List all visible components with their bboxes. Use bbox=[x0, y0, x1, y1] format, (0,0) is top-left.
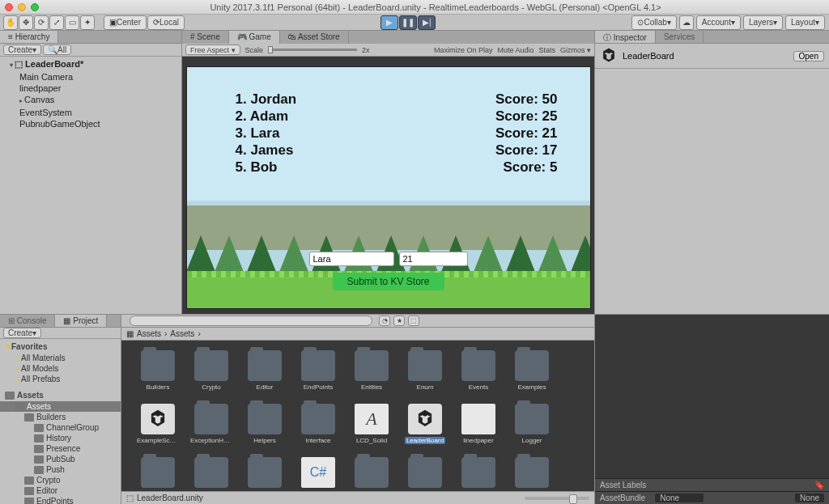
account-label: Account bbox=[702, 18, 731, 27]
asset-folder[interactable]: PlayModeTes... bbox=[244, 457, 285, 491]
hierarchy-item[interactable]: Main Camera bbox=[3, 71, 178, 83]
project-folder[interactable]: PubSub bbox=[0, 454, 121, 464]
asset-folder[interactable]: Entities bbox=[351, 350, 392, 391]
mute-toggle[interactable]: Mute Audio bbox=[497, 46, 534, 54]
asset-grid: Builders Crypto Editor EndPoints Entitie… bbox=[121, 341, 594, 491]
project-search-input[interactable] bbox=[130, 316, 372, 326]
hierarchy-item[interactable]: EventSystem bbox=[3, 107, 178, 118]
close-window-icon[interactable] bbox=[5, 3, 13, 11]
project-folder[interactable]: Push bbox=[0, 464, 121, 475]
project-folder[interactable]: Crypto bbox=[0, 475, 121, 485]
pivot-center-button[interactable]: ▣ Center bbox=[104, 15, 147, 30]
breadcrumb-item[interactable]: Assets bbox=[137, 329, 161, 338]
tab-scene[interactable]: # Scene bbox=[182, 31, 229, 44]
scale-slider[interactable] bbox=[268, 49, 357, 51]
project-folder[interactable]: History bbox=[0, 433, 121, 443]
asset-folder[interactable] bbox=[512, 457, 552, 491]
assetbundle-variant[interactable]: None bbox=[795, 493, 824, 502]
play-button-icon[interactable]: ▶ bbox=[380, 15, 398, 30]
project-create-dropdown[interactable]: Create ▾ bbox=[3, 328, 41, 338]
favorite-item[interactable]: ☆ All Materials bbox=[0, 353, 121, 363]
name-input[interactable] bbox=[309, 252, 394, 266]
stats-toggle[interactable]: Stats bbox=[538, 46, 555, 54]
tab-services[interactable]: Services bbox=[656, 31, 704, 43]
save-search-icon[interactable]: ⬚ bbox=[408, 316, 419, 326]
hierarchy-item[interactable]: linedpaper bbox=[3, 83, 178, 94]
asset-folder[interactable] bbox=[351, 457, 392, 491]
hierarchy-panel: ≡ Hierarchy Create ▾ 🔍All ⬚ LeaderBoard*… bbox=[0, 31, 182, 314]
asset-folder[interactable]: Enum bbox=[405, 350, 445, 391]
asset-file[interactable]: C#PubNub bbox=[298, 457, 338, 491]
favorites-header[interactable]: ★ Favorites bbox=[0, 341, 121, 353]
asset-folder[interactable]: Builders bbox=[138, 350, 178, 391]
asset-scene[interactable]: ExampleScene bbox=[138, 404, 178, 444]
asset-folder[interactable] bbox=[405, 457, 445, 491]
tab-hierarchy[interactable]: ≡ Hierarchy bbox=[0, 31, 58, 43]
step-button-icon[interactable]: ▶| bbox=[418, 15, 436, 30]
open-button[interactable]: Open bbox=[793, 51, 824, 61]
asset-folder[interactable]: Editor bbox=[244, 350, 285, 391]
rect-tool-icon[interactable]: ▭ bbox=[65, 15, 79, 30]
project-folder[interactable]: Builders bbox=[0, 412, 121, 422]
aspect-dropdown[interactable]: Free Aspect ▾ bbox=[185, 44, 240, 55]
rotate-tool-icon[interactable]: ⟳ bbox=[34, 15, 49, 30]
minimize-window-icon[interactable] bbox=[18, 3, 26, 11]
pivot-local-button[interactable]: ⟳ Local bbox=[147, 15, 185, 30]
gizmos-toggle[interactable]: Gizmos ▾ bbox=[560, 46, 591, 54]
maximize-toggle[interactable]: Maximize On Play bbox=[434, 46, 493, 54]
assets-header[interactable]: Assets bbox=[0, 389, 121, 401]
tab-console[interactable]: ⊞ Console bbox=[0, 315, 55, 327]
layout-button[interactable]: Layout ▾ bbox=[785, 15, 825, 30]
pause-button-icon[interactable]: ❚❚ bbox=[399, 15, 417, 30]
tab-project[interactable]: ▦ Project bbox=[55, 315, 107, 327]
asset-folder[interactable]: Events bbox=[458, 350, 499, 391]
asset-folder[interactable]: Helpers bbox=[244, 404, 285, 444]
tab-asset-store[interactable]: 🛍 Asset Store bbox=[280, 31, 349, 44]
favorite-item[interactable]: ☆ All Prefabs bbox=[0, 374, 121, 384]
search-by-label-icon[interactable]: ★ bbox=[393, 316, 405, 326]
scene-node[interactable]: ⬚ LeaderBoard* bbox=[3, 58, 178, 71]
project-folder[interactable]: Editor bbox=[0, 485, 121, 496]
asset-folder[interactable]: Crypto bbox=[191, 350, 232, 391]
transform-tool-icon[interactable]: ✦ bbox=[80, 15, 95, 30]
search-by-type-icon[interactable]: ◔ bbox=[379, 316, 390, 326]
cloud-icon[interactable]: ☁ bbox=[679, 15, 694, 30]
inspector-footer: Asset Labels 🔖 AssetBundle None None bbox=[594, 315, 829, 504]
footer-filename: LeaderBoard.unity bbox=[137, 493, 203, 502]
label-icon[interactable]: 🔖 bbox=[814, 481, 824, 489]
project-folder[interactable]: ChannelGroup bbox=[0, 422, 121, 433]
asset-folder[interactable]: Managers bbox=[138, 457, 178, 491]
move-tool-icon[interactable]: ✥ bbox=[19, 15, 33, 30]
asset-folder[interactable]: Interface bbox=[298, 404, 338, 444]
asset-folder[interactable]: Logger bbox=[512, 404, 552, 444]
thumbnail-size-slider[interactable] bbox=[525, 497, 589, 500]
zoom-window-icon[interactable] bbox=[31, 3, 39, 11]
hierarchy-item[interactable]: Canvas bbox=[3, 94, 178, 107]
hand-tool-icon[interactable]: ✋ bbox=[3, 15, 18, 30]
create-dropdown[interactable]: Create ▾ bbox=[3, 44, 41, 55]
asset-file[interactable]: ALCD_Solid bbox=[351, 404, 392, 444]
asset-folder[interactable]: Models bbox=[191, 457, 232, 491]
project-folder[interactable]: EndPoints bbox=[0, 496, 121, 504]
scale-tool-icon[interactable]: ⤢ bbox=[49, 15, 64, 30]
asset-folder[interactable] bbox=[458, 457, 499, 491]
account-button[interactable]: Account ▾ bbox=[696, 15, 741, 30]
collab-button[interactable]: ⊙ Collab ▾ bbox=[631, 15, 676, 30]
tab-game[interactable]: 🎮 Game bbox=[229, 31, 280, 44]
asset-file[interactable]: linedpaper bbox=[458, 404, 499, 444]
asset-scene-selected[interactable]: LeaderBoard bbox=[405, 404, 445, 444]
asset-folder[interactable]: EndPoints bbox=[298, 350, 338, 391]
layers-button[interactable]: Layers ▾ bbox=[743, 15, 783, 30]
asset-folder[interactable]: ExceptionHa... bbox=[191, 404, 232, 444]
submit-button[interactable]: Submit to KV Store bbox=[332, 273, 444, 290]
hierarchy-item[interactable]: PubnubGameObject bbox=[3, 118, 178, 129]
tab-inspector[interactable]: ⓘ Inspector bbox=[595, 31, 656, 43]
score-input[interactable] bbox=[399, 252, 468, 266]
assetbundle-value[interactable]: None bbox=[655, 493, 704, 502]
project-folder[interactable]: Assets bbox=[0, 401, 121, 412]
breadcrumb-item[interactable]: Assets bbox=[170, 329, 194, 338]
project-folder[interactable]: Presence bbox=[0, 443, 121, 454]
asset-folder[interactable]: Examples bbox=[512, 350, 552, 391]
hierarchy-search-filter[interactable]: 🔍All bbox=[43, 44, 71, 55]
favorite-item[interactable]: ☆ All Models bbox=[0, 363, 121, 374]
